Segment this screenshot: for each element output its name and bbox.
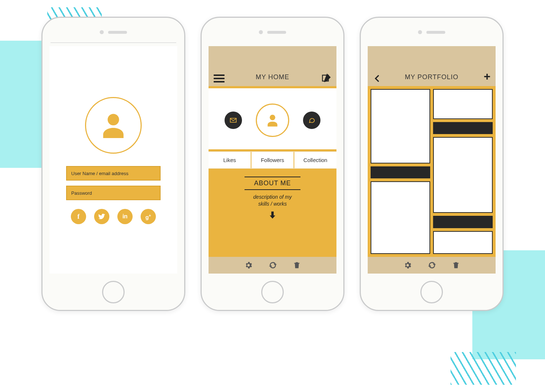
chat-icon[interactable] bbox=[303, 112, 320, 129]
edit-icon[interactable] bbox=[321, 73, 331, 83]
page-title: MY PORTFOLIO bbox=[368, 73, 496, 81]
tab-followers[interactable]: Followers bbox=[251, 152, 294, 168]
arrow-down-icon[interactable] bbox=[268, 210, 277, 221]
person-icon bbox=[98, 110, 129, 141]
social-row: f in g+ bbox=[49, 209, 177, 224]
facebook-icon[interactable]: f bbox=[71, 209, 86, 224]
portfolio-gallery bbox=[368, 86, 496, 257]
page-title: MY HOME bbox=[209, 73, 336, 81]
gear-icon[interactable] bbox=[244, 261, 253, 270]
portfolio-card[interactable] bbox=[433, 231, 493, 254]
phone-home-button[interactable] bbox=[261, 281, 284, 303]
home-tabs: Likes Followers Collection bbox=[209, 151, 336, 169]
bottom-toolbar bbox=[209, 257, 336, 274]
phone-login: f in g+ bbox=[41, 17, 185, 311]
gallery-column bbox=[433, 89, 493, 254]
mail-icon[interactable] bbox=[225, 112, 242, 129]
portfolio-card[interactable] bbox=[371, 89, 430, 163]
home-avatar[interactable] bbox=[256, 104, 289, 137]
portfolio-navbar: MY PORTFOLIO + bbox=[368, 46, 496, 86]
trash-icon[interactable] bbox=[293, 261, 301, 270]
gear-icon[interactable] bbox=[403, 261, 412, 270]
portfolio-card[interactable] bbox=[433, 89, 493, 119]
decor-hatch bbox=[451, 352, 516, 385]
login-screen: f in g+ bbox=[49, 46, 177, 274]
phone-topline bbox=[51, 43, 176, 43]
refresh-icon[interactable] bbox=[268, 260, 278, 270]
password-input[interactable] bbox=[66, 186, 161, 200]
home-navbar: MY HOME bbox=[209, 46, 336, 86]
twitter-icon[interactable] bbox=[94, 209, 109, 224]
portfolio-screen: MY PORTFOLIO + bbox=[368, 46, 496, 274]
phone-home: MY HOME Likes Followers Coll bbox=[201, 17, 344, 311]
phone-home-button[interactable] bbox=[102, 281, 125, 303]
bottom-toolbar bbox=[368, 257, 496, 274]
tab-collection[interactable]: Collection bbox=[294, 152, 336, 168]
portfolio-card-bar[interactable] bbox=[433, 216, 493, 228]
portfolio-card-bar[interactable] bbox=[433, 122, 493, 134]
phone-home-button[interactable] bbox=[420, 281, 443, 303]
about-section: ABOUT ME description of my skills / work… bbox=[209, 169, 336, 257]
trash-icon[interactable] bbox=[452, 261, 460, 270]
about-heading: ABOUT ME bbox=[245, 177, 300, 190]
phone-speaker bbox=[259, 30, 286, 34]
google-plus-icon[interactable]: g+ bbox=[141, 209, 156, 224]
tab-likes[interactable]: Likes bbox=[209, 152, 251, 168]
phone-speaker bbox=[100, 30, 127, 34]
gallery-column bbox=[371, 89, 430, 254]
plus-icon[interactable]: + bbox=[484, 70, 490, 83]
refresh-icon[interactable] bbox=[427, 260, 437, 270]
phone-speaker bbox=[418, 30, 445, 34]
about-description: description of my skills / works bbox=[253, 194, 292, 207]
portfolio-card[interactable] bbox=[371, 181, 430, 254]
home-screen: MY HOME Likes Followers Coll bbox=[209, 46, 336, 274]
login-avatar bbox=[85, 97, 142, 154]
portfolio-card[interactable] bbox=[433, 137, 493, 213]
username-input[interactable] bbox=[66, 166, 161, 181]
portfolio-card-bar[interactable] bbox=[371, 166, 430, 178]
linkedin-icon[interactable]: in bbox=[117, 209, 133, 224]
phone-portfolio: MY PORTFOLIO + bbox=[360, 17, 504, 311]
home-hero bbox=[209, 88, 336, 149]
